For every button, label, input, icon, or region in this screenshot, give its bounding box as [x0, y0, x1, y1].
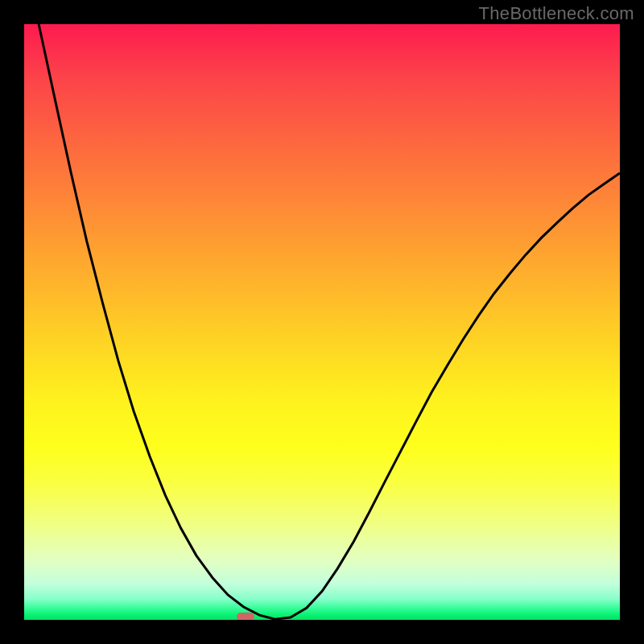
curve-path [24, 24, 620, 619]
chart-frame: TheBottleneck.com [0, 0, 644, 644]
watermark-text: TheBottleneck.com [479, 3, 634, 24]
bottleneck-curve [24, 24, 620, 620]
bottleneck-marker [237, 613, 254, 620]
plot-area [24, 24, 620, 620]
